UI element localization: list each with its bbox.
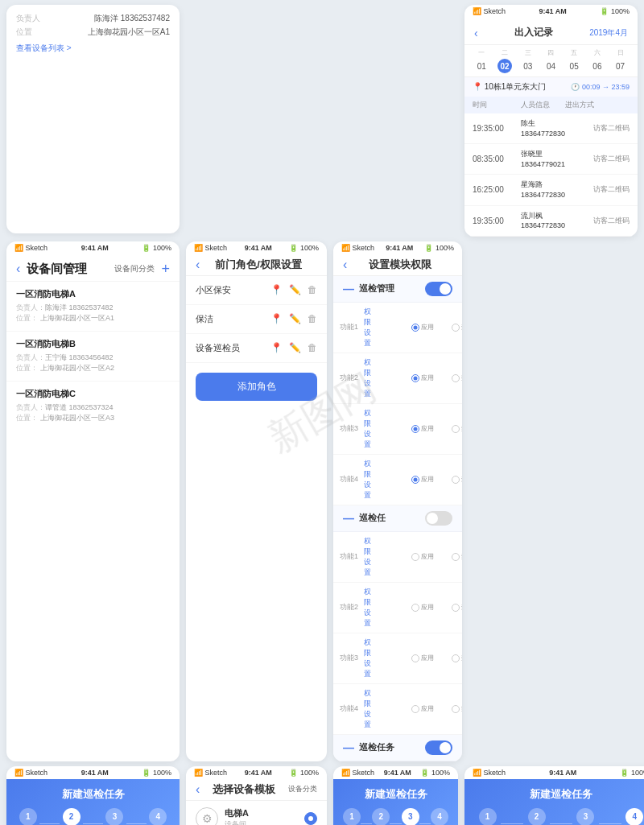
step-connector [550,823,572,824]
disable-radio[interactable] [452,604,460,612]
perm-link[interactable]: 权限设置 [364,307,371,349]
edit-icon[interactable]: ✏️ [289,284,301,295]
disable-radio[interactable] [452,374,460,382]
perm-toggle[interactable] [425,282,452,296]
location-icon[interactable]: 📍 [270,313,283,324]
calendar-day[interactable]: 五05 [564,48,585,73]
apply-radio[interactable] [411,476,419,484]
disable-radio[interactable] [452,705,460,713]
tmpl-classify-btn[interactable]: 设备分类 [288,784,317,794]
apply-radio[interactable] [411,604,419,612]
apply-radio[interactable] [411,654,419,662]
module-back-btn[interactable]: ‹ [343,258,347,272]
apply-radio-group[interactable]: 应用 [411,552,452,561]
day-label: 四 [540,48,562,57]
disable-radio-group[interactable]: 禁用 [452,424,462,433]
delete-icon[interactable]: 🗑 [308,284,317,295]
disable-radio[interactable] [452,425,460,433]
device-card-info: 负责人：谭管道 18362537324 位置：上海御花园小区一区A3 [16,402,170,424]
record-row: 19:35:00 陈生18364772830 访客二维码 [464,113,638,144]
apply-radio[interactable] [411,324,419,332]
calendar-day[interactable]: 日07 [609,48,631,73]
day-number[interactable]: 01 [474,59,489,73]
delete-icon[interactable]: 🗑 [308,313,317,324]
day-number[interactable]: 04 [543,59,558,73]
apply-radio-group[interactable]: 应用 [411,603,452,612]
disable-radio[interactable] [452,553,460,561]
day-number[interactable]: 07 [613,59,628,73]
apply-radio-group[interactable]: 应用 [411,475,452,484]
minus-icon[interactable]: — [343,512,354,525]
perm-link[interactable]: 权限设置 [364,408,371,450]
calendar-day[interactable]: 六06 [587,48,609,73]
disable-radio-group[interactable]: 禁用 [452,323,462,332]
disable-radio-group[interactable]: 禁用 [452,704,462,713]
perm-link[interactable]: 权限设置 [364,637,371,679]
back-button[interactable]: ‹ [474,27,478,39]
view-detail-link[interactable]: 查看设备列表 > [16,43,170,54]
perm-toggle[interactable] [425,511,452,526]
device-card-info: 负责人：陈海洋 18362537482 位置：上海御花园小区一区A1 [16,303,170,324]
back-btn[interactable]: ‹ [16,262,20,276]
device-card[interactable]: 一区消防电梯B 负责人：王宁海 18363456482 位置：上海御花园小区一区… [6,331,180,381]
apply-radio[interactable] [411,374,419,382]
minus-icon[interactable]: — [343,741,354,754]
step-item: 1 巡检名称 [343,808,361,825]
func-num: 功能4 [340,703,364,714]
day-number[interactable]: 05 [567,59,581,73]
disable-radio-group[interactable]: 禁用 [452,475,462,484]
location-icon[interactable]: 📍 [270,342,283,353]
edit-icon[interactable]: ✏️ [289,342,301,353]
role-item[interactable]: 设备巡检员 📍 ✏️ 🗑 [186,334,327,363]
calendar-day[interactable]: 四04 [540,48,562,73]
disable-radio-group[interactable]: 禁用 [452,603,462,612]
disable-radio[interactable] [452,476,460,484]
role-item[interactable]: 保洁 📍 ✏️ 🗑 [186,305,327,334]
perm-toggle[interactable] [425,740,452,755]
perm-link[interactable]: 权限设置 [364,587,371,629]
delete-icon[interactable]: 🗑 [308,342,317,353]
tmpl-back-btn[interactable]: ‹ [196,782,200,797]
disable-radio[interactable] [452,654,460,662]
disable-radio-group[interactable]: 禁用 [452,552,462,561]
day-number[interactable]: 02 [497,59,512,73]
add-device-btn[interactable]: + [161,261,170,278]
apply-radio-group[interactable]: 应用 [411,323,452,332]
apply-radio-group[interactable]: 应用 [411,704,452,713]
perm-link[interactable]: 权限设置 [364,536,371,578]
minus-icon[interactable]: — [343,283,354,295]
disable-radio-group[interactable]: 禁用 [452,654,462,662]
calendar-day[interactable]: 二02 [494,48,516,73]
perm-link[interactable]: 权限设置 [364,357,371,399]
disable-radio[interactable] [452,324,460,332]
device-card[interactable]: 一区消防电梯A 负责人：陈海洋 18362537482 位置：上海御花园小区一区… [6,281,180,331]
apply-radio-group[interactable]: 应用 [411,424,452,433]
perm-link[interactable]: 权限设置 [364,688,371,730]
day-label: 一 [471,48,493,57]
perm-link[interactable]: 权限设置 [364,459,371,501]
template-radio[interactable] [304,812,317,825]
apply-radio[interactable] [411,705,419,713]
location-icon[interactable]: 📍 [270,284,283,295]
classify-btn[interactable]: 设备间分类 [114,263,155,274]
device-card[interactable]: 一区消防电梯C 负责人：谭管道 18362537324 位置：上海御花园小区一区… [6,381,180,431]
disable-radio-group[interactable]: 禁用 [452,373,462,382]
template-item[interactable]: ⚙ 电梯A 设备间 [186,801,327,825]
apply-radio[interactable] [411,425,419,433]
apply-radio-group[interactable]: 应用 [411,654,452,662]
add-role-btn[interactable]: 添加角色 [196,373,317,401]
calendar-day[interactable]: 一01 [471,48,493,73]
year-month[interactable]: 2019年4月 [589,27,628,39]
apply-radio-group[interactable]: 应用 [411,373,452,382]
responsible-value: 陈海洋 18362537482 [94,13,170,24]
day-number[interactable]: 06 [590,59,605,73]
role-back-btn[interactable]: ‹ [196,258,200,272]
section-left: — 巡检任 [343,512,386,525]
apply-radio[interactable] [411,553,419,561]
calendar-day[interactable]: 三03 [517,48,539,73]
day-number[interactable]: 03 [521,59,535,73]
role-item[interactable]: 小区保安 📍 ✏️ 🗑 [186,276,327,305]
edit-icon[interactable]: ✏️ [289,313,301,324]
step-connector [39,823,59,824]
status-left2: 📶 Sketch [14,244,47,252]
